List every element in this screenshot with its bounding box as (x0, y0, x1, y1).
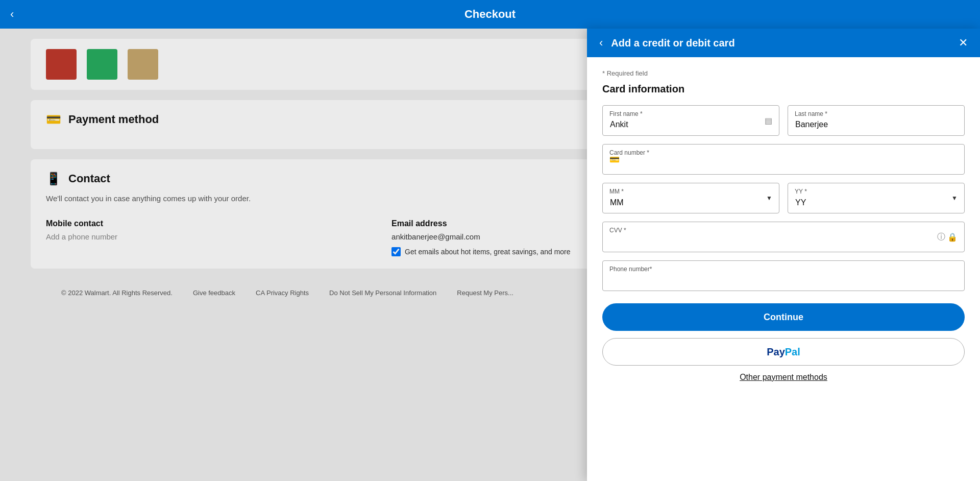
phone-field: Phone number* (602, 260, 965, 291)
phone-row: Phone number* (602, 260, 965, 291)
other-payment-methods-link[interactable]: Other payment methods (602, 373, 965, 382)
page-title: Checkout (464, 8, 516, 21)
footer-do-not-sell-link[interactable]: Do Not Sell My Personal Information (329, 289, 436, 297)
cvv-lock-icon: 🔒 (947, 232, 958, 242)
card-number-icon: 💳 (609, 155, 620, 164)
card-number-input[interactable] (602, 144, 965, 175)
product-image-3 (128, 49, 158, 80)
yy-field: YY * YY 242526 27282930 ▼ (788, 183, 965, 213)
paypal-logo: PayPal (767, 346, 800, 358)
product-image-1 (46, 49, 77, 80)
footer-privacy-link[interactable]: CA Privacy Rights (256, 289, 309, 297)
payment-method-title: Payment method (68, 113, 159, 126)
contact-title: Contact (68, 172, 110, 185)
contact-icon: 📱 (46, 172, 61, 186)
yy-select[interactable]: YY 242526 27282930 (788, 183, 965, 213)
add-card-panel: ‹ Add a credit or debit card ✕ * Require… (587, 29, 980, 481)
panel-back-button[interactable]: ‹ (599, 36, 603, 50)
email-checkbox-label: Get emails about hot items, great saving… (405, 248, 571, 256)
email-checkbox-input[interactable] (391, 247, 401, 256)
paypal-button[interactable]: PayPal (602, 338, 965, 366)
mobile-contact-value: Add a phone number (46, 232, 381, 241)
panel-continue-button[interactable]: Continue (602, 303, 965, 331)
mm-select[interactable]: MM 010203 040506 070809 101112 (602, 183, 779, 213)
first-name-input[interactable] (602, 105, 779, 136)
last-name-field: Last name * (788, 105, 965, 136)
footer-request-link[interactable]: Request My Pers... (457, 289, 513, 297)
product-image-2 (87, 49, 117, 80)
payment-method-header-left: 💳 Payment method (46, 112, 159, 127)
panel-header: ‹ Add a credit or debit card ✕ (587, 29, 980, 57)
expiry-row: MM * MM 010203 040506 070809 101112 ▼ YY… (602, 183, 965, 213)
mobile-contact-block: Mobile contact Add a phone number (46, 219, 381, 256)
mobile-contact-label: Mobile contact (46, 219, 381, 228)
mm-field: MM * MM 010203 040506 070809 101112 ▼ (602, 183, 779, 213)
first-name-field: First name * ▤ (602, 105, 779, 136)
phone-input[interactable] (602, 260, 965, 291)
panel-title: Add a credit or debit card (611, 37, 950, 49)
card-info-title: Card information (602, 83, 965, 95)
cvv-input[interactable] (602, 222, 965, 252)
card-number-row: Card number * 💳 (602, 144, 965, 175)
contact-section-header: 📱 Contact 3 of 3 ✓ (46, 172, 659, 186)
card-number-field: Card number * 💳 (602, 144, 965, 175)
footer-feedback-link[interactable]: Give feedback (193, 289, 235, 297)
contact-header-left: 📱 Contact (46, 172, 110, 186)
panel-body: * Required field Card information First … (587, 57, 980, 481)
panel-close-button[interactable]: ✕ (959, 36, 968, 50)
nav-back-button[interactable]: ‹ (10, 8, 14, 21)
cvv-row: CVV * 🔒 ⓘ (602, 222, 965, 252)
main-content: 💳 Payment method 2 of 3 — Continue 📱 Con… (0, 29, 980, 481)
required-field-note: * Required field (602, 69, 965, 77)
cvv-field: CVV * 🔒 ⓘ (602, 222, 965, 252)
last-name-input[interactable] (788, 105, 965, 136)
footer-copyright: © 2022 Walmart. All Rights Reserved. (61, 289, 173, 297)
first-name-icon: ▤ (765, 116, 772, 126)
name-form-row: First name * ▤ Last name * (602, 105, 965, 136)
top-nav: ‹ Checkout (0, 0, 980, 29)
cvv-info-icon[interactable]: ⓘ (937, 232, 945, 243)
payment-icon: 💳 (46, 112, 61, 127)
